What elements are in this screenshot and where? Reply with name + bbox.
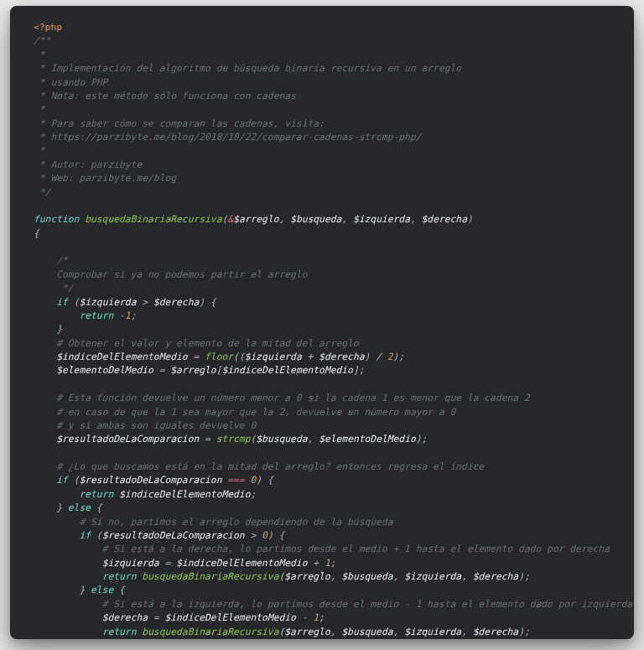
token-op-red: === — [227, 475, 244, 486]
token-var: $izquierda — [404, 627, 461, 637]
token-punct: ); — [393, 351, 405, 362]
token-punct — [34, 475, 56, 486]
token-kw: if — [56, 475, 73, 486]
token-var: $elementoDelMedio — [56, 365, 153, 376]
token-comment: Comprobar si ya no podemos partir el arr… — [34, 269, 307, 280]
token-comment: * https://parzibyte.me/blog/2018/10/22/c… — [34, 132, 422, 143]
token-var: $arreglo — [233, 214, 278, 225]
token-punct: > — [245, 530, 262, 541]
token-punct: - — [296, 612, 313, 623]
token-call: strcmp — [216, 434, 251, 445]
token-kw: return — [102, 571, 143, 582]
token-punct: ) / — [365, 351, 387, 362]
token-comment: # en caso de que la 1 sea mayor que la 2… — [34, 407, 455, 418]
token-comment: * Web: parzibyte.me/blog — [34, 173, 176, 184]
token-comment: /** — [34, 35, 50, 46]
token-punct: ); — [518, 627, 530, 637]
token-punct: ]; — [353, 365, 365, 376]
token-var: $arreglo — [284, 571, 330, 582]
token-punct: { — [119, 585, 125, 595]
token-var: $busqueda — [290, 214, 341, 225]
token-punct: , — [330, 571, 342, 582]
code-window: <?php /** * * Implementación del algorit… — [10, 6, 634, 639]
token-punct: = — [159, 558, 176, 569]
token-var: $izquierda — [102, 558, 159, 569]
token-punct: } — [34, 502, 68, 513]
token-var: $busqueda — [341, 571, 392, 582]
token-comment: * Autor: parzibyte — [34, 159, 142, 170]
token-var: $busqueda — [341, 627, 392, 637]
token-punct: = — [153, 365, 170, 376]
token-var: $indiceDelElementoMedio — [164, 612, 295, 623]
token-var: $derecha — [319, 351, 364, 362]
token-kw: else — [68, 502, 96, 513]
token-comment: # Si no, partimos el arreglo dependiendo… — [34, 517, 392, 528]
token-punct: (( — [233, 351, 245, 362]
token-punct: } — [34, 324, 62, 335]
token-comment: * — [34, 104, 45, 115]
token-punct: ; — [250, 489, 256, 500]
token-punct — [34, 310, 79, 321]
token-comment: # Si está a la derecha, lo partimos desd… — [34, 543, 610, 554]
token-punct — [34, 365, 56, 376]
token-punct: , — [308, 434, 319, 445]
token-punct — [34, 571, 102, 582]
token-punct — [34, 627, 102, 637]
token-comment: # y si ambas son iguales devuelve 0 — [34, 420, 256, 431]
token-punct: ) — [467, 214, 473, 225]
token-kw: else — [91, 585, 119, 595]
token-var: $derecha — [473, 571, 518, 582]
token-var: $derecha — [422, 214, 467, 225]
token-var: $indiceDelElementoMedio — [119, 489, 250, 500]
token-var: $busqueda — [256, 434, 307, 445]
token-comment: * Implementación del algoritmo de búsque… — [34, 63, 461, 74]
token-kw: return — [102, 627, 143, 637]
token-num: 1 — [325, 558, 330, 569]
token-punct: { — [34, 228, 39, 239]
token-kw: return — [79, 489, 119, 500]
token-var: $indiceDelElementoMedio — [56, 351, 187, 362]
token-punct: = — [148, 612, 164, 623]
token-punct: } — [34, 585, 91, 595]
token-var: $elementoDelMedio — [319, 434, 416, 445]
token-punct: , — [393, 627, 405, 637]
token-var: $resultadoDeLaComparacion — [79, 475, 221, 486]
token-punct: ; — [319, 612, 325, 623]
token-var: $derecha — [153, 297, 199, 308]
token-punct: + — [307, 558, 324, 569]
token-punct — [34, 612, 102, 623]
token-call: busquedaBinariaRecursiva — [142, 571, 278, 582]
token-punct: > — [136, 297, 153, 308]
token-comment: # Obtener el valor y elemento de la mita… — [34, 338, 359, 349]
token-punct — [34, 489, 79, 500]
token-punct: = — [188, 351, 205, 362]
token-punct: , — [330, 627, 342, 637]
token-var: $derecha — [473, 627, 518, 637]
token-num: 1 — [125, 310, 131, 321]
token-punct — [245, 475, 251, 486]
token-var: $derecha — [102, 612, 148, 623]
token-kw: if — [79, 530, 96, 541]
token-punct: ); — [518, 571, 530, 582]
token-punct: ); — [416, 434, 428, 445]
token-open: <?php — [34, 22, 62, 33]
token-var: $izquierda — [404, 571, 461, 582]
token-punct: ; — [330, 558, 336, 569]
token-num: 0 — [262, 530, 267, 541]
token-punct — [34, 530, 79, 541]
token-comment: * — [34, 145, 45, 156]
token-comment: */ — [34, 283, 74, 294]
token-comment: * Nota: este método sólo funciona con ca… — [34, 91, 296, 101]
token-var: $izquierda — [79, 297, 136, 308]
token-var: $resultadoDeLaComparacion — [56, 434, 199, 445]
token-var: $resultadoDeLaComparacion — [102, 530, 245, 541]
token-punct — [34, 351, 56, 362]
token-punct: ) { — [267, 530, 284, 541]
token-comment: # Si está a la izquierda, lo partimos de… — [34, 599, 632, 610]
token-punct: , — [279, 214, 291, 225]
token-punct: + — [302, 351, 319, 362]
token-comment: * Para saber cómo se comparan las cadena… — [34, 118, 325, 129]
token-punct: { — [96, 502, 102, 513]
token-punct: ) { — [256, 475, 273, 486]
token-var: $indiceDelElementoMedio — [221, 365, 352, 376]
